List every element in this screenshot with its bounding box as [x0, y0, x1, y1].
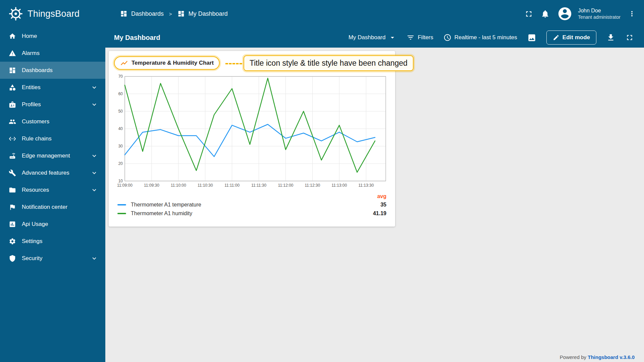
dashboards-grid-icon — [9, 67, 16, 74]
timewindow-label: Realtime - last 5 minutes — [454, 34, 517, 41]
legend-marker — [117, 204, 126, 205]
svg-text:11:13:00: 11:13:00 — [332, 183, 347, 188]
widget-title-chip: Temperature & Humidity Chart — [114, 56, 220, 70]
svg-text:11:11:30: 11:11:30 — [251, 183, 266, 188]
chevron-down-icon — [91, 186, 98, 194]
user-name: John Doe — [578, 7, 621, 14]
thingsboard-logo[interactable]: ThingsBoard — [0, 0, 105, 27]
toolbar-fullscreen-button[interactable] — [625, 33, 634, 42]
chart-legend: avg Thermometer A1 temperature 35 Thermo… — [117, 192, 386, 218]
sidebar-item-label: Rule chains — [22, 135, 98, 142]
sidebar-item-label: Entities — [22, 84, 85, 91]
chevron-down-icon — [91, 84, 98, 91]
download-button[interactable] — [606, 33, 615, 42]
powered-by-text: Powered by — [560, 354, 588, 360]
sidebar-item-label: Security — [22, 255, 85, 262]
legend-item[interactable]: Thermometer A1 humidity 41.19 — [117, 209, 386, 218]
sidebar: ThingsBoard Home Alarms Dashboards Entit… — [0, 0, 105, 362]
breadcrumb: Dashboards > My Dashboard — [120, 10, 228, 17]
sidebar-item-label: Notification center — [22, 204, 98, 210]
sidebar-item-label: Dashboards — [22, 67, 98, 74]
sidebar-item-alarms[interactable]: Alarms — [0, 45, 105, 62]
router-antenna-icon — [9, 152, 16, 160]
wrench-icon — [9, 169, 16, 177]
svg-text:11:12:00: 11:12:00 — [278, 183, 293, 188]
shield-icon — [9, 255, 16, 262]
thingsboard-version-link[interactable]: Thingsboard v.3.6.0 — [588, 354, 635, 360]
clock-icon — [443, 34, 451, 42]
svg-text:11:09:30: 11:09:30 — [144, 183, 159, 188]
breadcrumb-my-dashboard[interactable]: My Dashboard — [177, 10, 228, 17]
sidebar-item-label: Customers — [22, 118, 98, 125]
annotation-connector — [225, 63, 242, 64]
svg-text:20: 20 — [118, 161, 123, 166]
sidebar-item-security[interactable]: Security — [0, 250, 105, 267]
fullscreen-icon — [625, 33, 634, 42]
sidebar-item-advanced-features[interactable]: Advanced features — [0, 164, 105, 181]
sidebar-item-entities[interactable]: Entities — [0, 79, 105, 96]
legend-avg-value: 35 — [380, 202, 386, 208]
account-circle-icon — [557, 6, 573, 21]
sidebar-item-settings[interactable]: Settings — [0, 233, 105, 250]
svg-text:11:10:30: 11:10:30 — [198, 183, 213, 188]
sidebar-item-label: Api Usage — [22, 221, 98, 228]
category-icon — [9, 84, 16, 91]
people-group-icon — [9, 118, 16, 125]
legend-label: Thermometer A1 humidity — [131, 210, 192, 217]
breadcrumb-separator: > — [169, 11, 172, 17]
more-menu-button[interactable] — [628, 10, 636, 18]
chevron-down-icon — [91, 152, 98, 160]
dashboard-select[interactable]: My Dashboard — [348, 34, 397, 42]
notifications-button[interactable] — [541, 9, 550, 18]
dashboard-image-button[interactable] — [527, 33, 536, 42]
user-info: John Doe Tenant administrator — [578, 7, 621, 20]
badge-icon — [9, 101, 16, 108]
sidebar-nav: Home Alarms Dashboards Entities Profiles… — [0, 27, 105, 267]
sidebar-item-customers[interactable]: Customers — [0, 113, 105, 130]
avatar[interactable] — [557, 6, 573, 21]
bell-icon — [541, 9, 550, 18]
legend-marker — [117, 213, 126, 214]
dashboard-toolbar: My Dashboard My Dashboard Filters Realti… — [105, 27, 644, 48]
chevron-down-icon — [91, 169, 98, 177]
breadcrumb-label: My Dashboard — [189, 10, 228, 17]
dashboards-grid-icon — [120, 10, 127, 17]
footer: Powered by Thingsboard v.3.6.0 — [560, 354, 635, 360]
timeseries-chart-svg[interactable]: 1020304050607011:09:0011:09:3011:10:0011… — [113, 73, 389, 191]
svg-text:11:11:00: 11:11:00 — [224, 183, 239, 188]
download-icon — [606, 33, 615, 42]
breadcrumb-label: Dashboards — [131, 10, 164, 17]
sidebar-item-label: Home — [22, 33, 98, 40]
breadcrumb-dashboards[interactable]: Dashboards — [120, 10, 164, 17]
code-brackets-icon — [9, 135, 16, 142]
sidebar-item-api-usage[interactable]: Api Usage — [0, 216, 105, 233]
timewindow-button[interactable]: Realtime - last 5 minutes — [443, 34, 517, 42]
sidebar-item-edge-management[interactable]: Edge management — [0, 147, 105, 164]
folder-icon — [9, 186, 16, 194]
svg-text:70: 70 — [118, 74, 123, 79]
sidebar-item-home[interactable]: Home — [0, 27, 105, 45]
sidebar-item-resources[interactable]: Resources — [0, 181, 105, 198]
svg-text:50: 50 — [118, 109, 123, 114]
legend-avg-header: avg — [117, 192, 386, 200]
sidebar-item-label: Advanced features — [22, 170, 85, 176]
legend-item[interactable]: Thermometer A1 temperature 35 — [117, 200, 386, 209]
user-role: Tenant administrator — [578, 14, 621, 20]
sidebar-item-rule-chains[interactable]: Rule chains — [0, 130, 105, 147]
thingsboard-gear-logo-icon — [8, 6, 23, 21]
widget-title: Temperature & Humidity Chart — [131, 60, 214, 66]
sidebar-item-dashboards[interactable]: Dashboards — [0, 62, 105, 79]
sidebar-item-profiles[interactable]: Profiles — [0, 96, 105, 113]
app-title: ThingsBoard — [28, 9, 79, 19]
top-bar: Dashboards > My Dashboard John Doe Tenan… — [105, 0, 644, 27]
fullscreen-button[interactable] — [524, 9, 533, 18]
dashboards-grid-icon — [177, 10, 185, 17]
home-icon — [9, 33, 16, 40]
gear-icon — [9, 238, 16, 245]
kebab-icon — [628, 10, 636, 18]
chevron-down-icon — [91, 101, 98, 108]
edit-mode-button[interactable]: Edit mode — [546, 31, 596, 45]
svg-text:11:13:30: 11:13:30 — [358, 183, 374, 188]
filters-button[interactable]: Filters — [407, 34, 433, 42]
sidebar-item-notification-center[interactable]: Notification center — [0, 198, 105, 216]
